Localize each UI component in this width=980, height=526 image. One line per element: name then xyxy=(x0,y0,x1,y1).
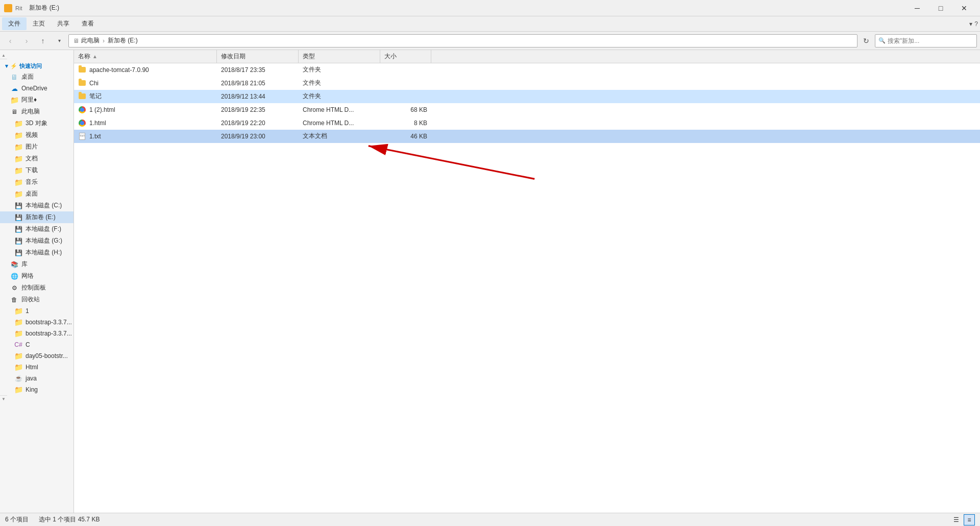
minimize-button[interactable]: ─ xyxy=(905,0,929,16)
header-date[interactable]: 修改日期 xyxy=(217,50,299,63)
file-row-html2[interactable]: 1 (2).html 2018/9/19 22:35 Chrome HTML D… xyxy=(74,103,980,116)
sidebar-item-c-file[interactable]: C# C xyxy=(0,339,74,350)
maximize-button[interactable]: □ xyxy=(929,0,952,16)
sidebar-scroll-up[interactable]: ▲ xyxy=(0,52,7,59)
sidebar-item-c-drive[interactable]: 💾 本地磁盘 (C:) xyxy=(0,200,74,211)
file-size-notes xyxy=(380,90,431,103)
back-button[interactable]: ‹ xyxy=(3,34,17,48)
sidebar-item-f-drive[interactable]: 💾 本地磁盘 (F:) xyxy=(0,223,74,235)
documents-folder-icon: 📁 xyxy=(14,155,22,163)
recent-locations-button[interactable]: ▾ xyxy=(52,34,66,48)
sidebar-item-computer[interactable]: 🖥 此电脑 xyxy=(0,106,74,117)
search-box[interactable]: 🔍 xyxy=(875,34,977,47)
file-type-txt: 文本文档 xyxy=(299,130,380,142)
sidebar-item-java[interactable]: ☕ java xyxy=(0,373,74,384)
sidebar-item-folder-1[interactable]: 📁 1 xyxy=(0,305,74,317)
address-bar: ‹ › ↑ ▾ 🖥 此电脑 › 新加卷 (E:) ↻ 🔍 xyxy=(0,32,980,50)
menu-item-share[interactable]: 共享 xyxy=(51,17,76,30)
sidebar-item-recycle-bin[interactable]: 🗑 回收站 xyxy=(0,294,74,305)
help-button[interactable]: ? xyxy=(974,20,978,28)
sidebar-item-desktop2[interactable]: 📁 桌面 xyxy=(0,188,74,200)
title-bar: Rit 新加卷 (E:) ─ □ ✕ xyxy=(0,0,980,16)
file-name-notes: 笔记 xyxy=(74,90,217,103)
c-file-icon: C# xyxy=(14,341,22,349)
sidebar-item-documents[interactable]: 📁 文档 xyxy=(0,153,74,164)
file-name-chi: Chi xyxy=(74,77,217,89)
file-date-html1: 2018/9/19 22:20 xyxy=(217,116,299,129)
header-size[interactable]: 大小 xyxy=(380,50,431,63)
sidebar-item-e-drive[interactable]: 💾 新加卷 (E:) xyxy=(0,211,74,223)
menu-item-home[interactable]: 主页 xyxy=(27,17,51,30)
file-row-html1[interactable]: 1.html 2018/9/19 22:20 Chrome HTML D... … xyxy=(74,116,980,130)
sidebar-item-bootstrap1[interactable]: 📁 bootstrap-3.3.7... xyxy=(0,317,74,328)
forward-button[interactable]: › xyxy=(19,34,34,48)
recycle-bin-icon: 🗑 xyxy=(10,296,18,304)
sidebar-item-desktop[interactable]: 🖥 桌面 xyxy=(0,71,74,83)
file-name-html1: 1.html xyxy=(74,116,217,129)
sidebar-item-h-drive[interactable]: 💾 本地磁盘 (H:) xyxy=(0,247,74,258)
sidebar-item-day05[interactable]: 📁 day05-bootstr... xyxy=(0,350,74,362)
computer-icon: 🖥 xyxy=(10,108,18,116)
king-icon: 📁 xyxy=(14,386,22,394)
file-type-html1: Chrome HTML D... xyxy=(299,116,380,129)
sidebar-item-html[interactable]: 📁 Html xyxy=(0,362,74,373)
menu-item-file[interactable]: 文件 xyxy=(2,17,27,30)
file-size-txt: 46 KB xyxy=(380,130,431,142)
file-name-html2: 1 (2).html xyxy=(74,103,217,116)
file-row-notes[interactable]: 笔记 2018/9/12 13:44 文件夹 xyxy=(74,90,980,103)
java-icon: ☕ xyxy=(14,374,22,382)
sidebar-section-quick-access[interactable]: ▾ ⚡ 快速访问 xyxy=(0,59,74,71)
main-container: ▲ ▾ ⚡ 快速访问 🖥 桌面 ☁ OneDrive 📁 阿里♦ 🖥 此电脑 📁… xyxy=(0,50,980,513)
header-name[interactable]: 名称 ▲ xyxy=(74,50,217,63)
sidebar-item-3d[interactable]: 📁 3D 对象 xyxy=(0,117,74,129)
downloads-folder-icon: 📁 xyxy=(14,166,22,175)
f-drive-icon: 💾 xyxy=(14,225,22,233)
3d-folder-icon: 📁 xyxy=(14,119,22,128)
txt-file-icon: TXT xyxy=(78,132,86,140)
file-date-tomcat: 2018/8/17 23:35 xyxy=(217,63,299,76)
day05-icon: 📁 xyxy=(14,352,22,360)
network-icon: 🌐 xyxy=(10,272,18,280)
title-bar-quick-access: Rit xyxy=(15,5,22,11)
sidebar-item-bootstrap2[interactable]: 📁 bootstrap-3.3.7... xyxy=(0,328,74,339)
detail-view-button[interactable]: ≡ xyxy=(964,514,975,525)
sidebar: ▲ ▾ ⚡ 快速访问 🖥 桌面 ☁ OneDrive 📁 阿里♦ 🖥 此电脑 📁… xyxy=(0,50,74,513)
close-button[interactable]: ✕ xyxy=(952,0,976,16)
sidebar-item-ali[interactable]: 📁 阿里♦ xyxy=(0,94,74,106)
sidebar-item-pictures[interactable]: 📁 图片 xyxy=(0,141,74,153)
header-type[interactable]: 类型 xyxy=(299,50,380,63)
pictures-folder-icon: 📁 xyxy=(14,143,22,151)
file-row-txt[interactable]: TXT 1.txt 2018/9/19 23:00 文本文档 46 KB xyxy=(74,130,980,143)
sidebar-item-king[interactable]: 📁 King xyxy=(0,384,74,395)
file-row-tomcat[interactable]: apache-tomcat-7.0.90 2018/8/17 23:35 文件夹 xyxy=(74,63,980,77)
refresh-button[interactable]: ↻ xyxy=(860,34,873,47)
e-drive-icon: 💾 xyxy=(14,213,22,222)
sidebar-item-network[interactable]: 🌐 网络 xyxy=(0,270,74,282)
file-size-html1: 8 KB xyxy=(380,116,431,129)
sidebar-item-onedrive[interactable]: ☁ OneDrive xyxy=(0,83,74,94)
collapse-button[interactable]: ▾ xyxy=(969,20,972,28)
menu-item-view[interactable]: 查看 xyxy=(76,17,100,30)
quick-access-icon: ⚡ xyxy=(10,63,17,69)
sidebar-item-video[interactable]: 📁 视频 xyxy=(0,129,74,141)
sidebar-item-downloads[interactable]: 📁 下载 xyxy=(0,164,74,176)
sidebar-item-library[interactable]: 📚 库 xyxy=(0,258,74,270)
path-computer: 此电脑 xyxy=(81,36,100,45)
sidebar-scroll-down[interactable]: ▼ xyxy=(0,395,7,402)
up-button[interactable]: ↑ xyxy=(36,34,50,48)
file-date-txt: 2018/9/19 23:00 xyxy=(217,130,299,142)
file-size-html2: 68 KB xyxy=(380,103,431,116)
sidebar-item-control-panel[interactable]: ⚙ 控制面板 xyxy=(0,282,74,294)
folder-icon-chi xyxy=(78,79,86,87)
list-view-button[interactable]: ☰ xyxy=(950,514,962,525)
sidebar-item-music[interactable]: 📁 音乐 xyxy=(0,176,74,188)
address-path[interactable]: 🖥 此电脑 › 新加卷 (E:) xyxy=(68,34,857,47)
title-bar-title: 新加卷 (E:) xyxy=(29,4,59,12)
svg-line-1 xyxy=(369,146,534,179)
sidebar-item-g-drive[interactable]: 💾 本地磁盘 (G:) xyxy=(0,235,74,247)
path-drive: 新加卷 (E:) xyxy=(108,36,138,45)
video-folder-icon: 📁 xyxy=(14,131,22,139)
search-input[interactable] xyxy=(888,37,973,44)
file-type-chi: 文件夹 xyxy=(299,77,380,89)
file-row-chi[interactable]: Chi 2018/9/18 21:05 文件夹 xyxy=(74,77,980,90)
